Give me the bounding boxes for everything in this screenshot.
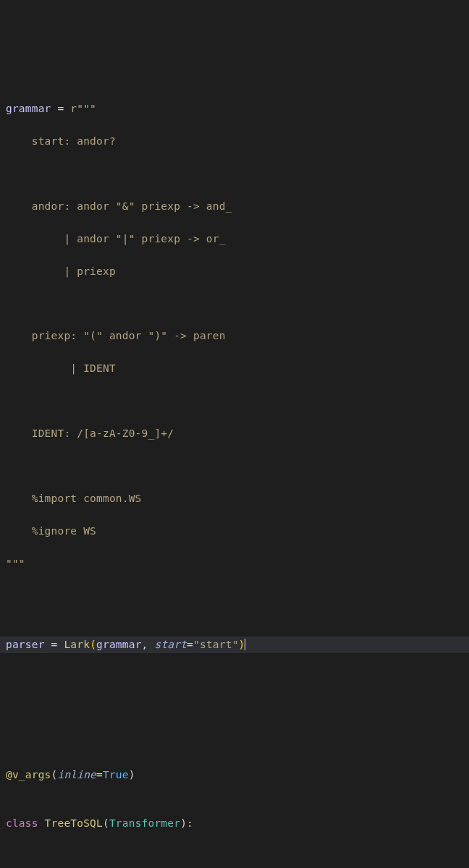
code-line-empty[interactable] <box>0 686 469 702</box>
code-line[interactable]: | priexp <box>0 263 469 279</box>
class-name: TreeToSQL <box>45 817 103 829</box>
code-line-active[interactable]: parser = Lark(grammar, start="start") <box>0 637 469 652</box>
code-line[interactable]: %import common.WS <box>0 490 469 506</box>
code-line-empty[interactable] <box>0 718 469 734</box>
function-call: Lark <box>64 639 90 650</box>
code-line[interactable]: andor: andor "&" priexp -> and_ <box>0 198 469 214</box>
decorator-icon: @ <box>6 769 12 780</box>
code-line[interactable]: start: andor? <box>0 133 469 149</box>
code-line[interactable] <box>0 166 469 182</box>
code-line[interactable]: | andor "|" priexp -> or_ <box>0 231 469 247</box>
keyword: class <box>6 817 38 829</box>
code-line-empty[interactable] <box>0 588 469 604</box>
code-line[interactable]: | IDENT <box>0 360 469 376</box>
variable-name: parser <box>6 639 45 650</box>
code-line[interactable] <box>0 458 469 474</box>
code-line[interactable]: grammar = r""" <box>0 101 469 116</box>
code-line[interactable]: def start(self, items): <box>0 864 469 868</box>
variable-name: grammar <box>6 103 51 114</box>
code-line[interactable]: priexp: "(" andor ")" -> paren <box>0 328 469 344</box>
code-line[interactable]: class TreeToSQL(Transformer): <box>0 815 469 831</box>
code-line[interactable]: @v_args(inline=True) <box>0 767 469 783</box>
code-editor[interactable]: grammar = r""" start: andor? andor: ando… <box>0 68 469 868</box>
code-line[interactable]: IDENT: /[a-zA-Z0-9_]+/ <box>0 425 469 441</box>
code-line[interactable] <box>0 295 469 311</box>
code-line[interactable] <box>0 393 469 409</box>
code-line[interactable]: %ignore WS <box>0 523 469 539</box>
code-line[interactable]: """ <box>0 556 469 571</box>
text-cursor <box>245 639 245 650</box>
